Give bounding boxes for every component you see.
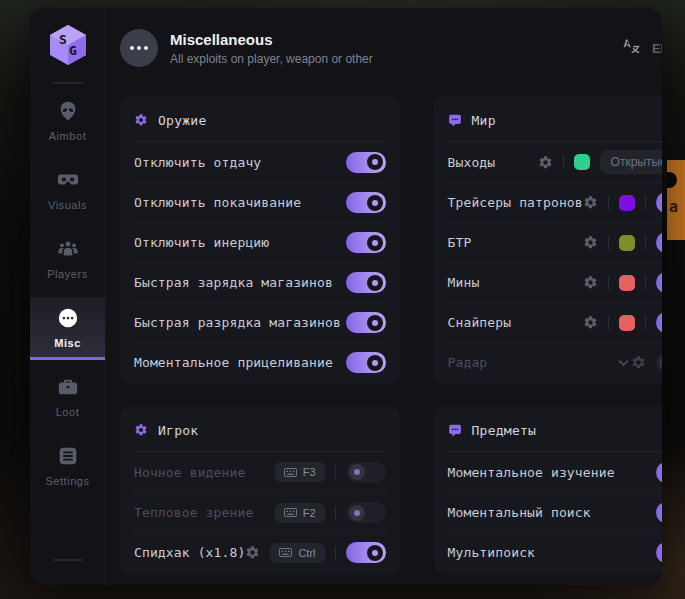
section-title: Предметы: [472, 423, 537, 438]
gear-icon[interactable]: [583, 195, 598, 210]
sidebar-item-settings[interactable]: Settings: [30, 435, 105, 498]
gear-icon[interactable]: [583, 235, 598, 250]
section-header: Мир: [448, 108, 662, 132]
dropdown[interactable]: Открытые: [600, 150, 662, 174]
option-label: Моментальное изучение: [448, 465, 656, 480]
option-label: Спидхак (x1.8): [134, 545, 245, 560]
toggle[interactable]: [346, 352, 386, 373]
option-controls: [656, 502, 662, 523]
gear-icon[interactable]: [583, 315, 598, 330]
players-icon: [57, 238, 79, 260]
sidebar-item-visuals[interactable]: Visuals: [30, 159, 105, 222]
app-logo[interactable]: S G: [49, 8, 87, 82]
color-swatch[interactable]: [574, 154, 590, 170]
option-label: Отключить отдачу: [134, 155, 346, 170]
toggle-knob: [367, 195, 383, 211]
toggle-knob: [367, 545, 383, 561]
sidebar-item-loot[interactable]: Loot: [30, 366, 105, 429]
dots-square-icon: [448, 113, 462, 127]
option-controls: Ctrl: [245, 542, 385, 563]
gear-icon[interactable]: [631, 355, 646, 370]
option-controls: F3: [275, 462, 386, 483]
toggle[interactable]: [346, 192, 386, 213]
color-swatch[interactable]: [619, 235, 635, 251]
option-label: БТР: [448, 235, 583, 250]
option-controls: [346, 272, 386, 293]
lang-en-button[interactable]: EN: [652, 41, 662, 56]
hotkey-badge[interactable]: Ctrl: [270, 543, 324, 563]
gear-icon[interactable]: [538, 155, 553, 170]
option-row: ВыходыОткрытые: [448, 142, 662, 182]
hotkey-label: F2: [303, 507, 316, 519]
option-controls: [656, 542, 662, 563]
control-divider: [335, 506, 336, 520]
hotkey-label: Ctrl: [298, 547, 315, 559]
control-divider: [563, 155, 564, 169]
toggle[interactable]: [346, 462, 386, 483]
toggle-knob: [367, 235, 383, 251]
dots-square-icon: [448, 423, 462, 437]
option-controls: [583, 272, 662, 293]
toggle-knob: [367, 315, 383, 331]
toggle[interactable]: [656, 462, 662, 483]
sidebar-item-misc[interactable]: Misc: [30, 297, 105, 360]
option-row: Мины: [448, 262, 662, 302]
option-label: Быстрая разрядка магазинов: [134, 315, 346, 330]
control-divider: [645, 236, 646, 250]
language-switcher: EN RU: [622, 37, 662, 60]
app-window: S G AimbotVisualsPlayersMiscLootSettings…: [30, 8, 662, 585]
option-label: Отключить покачивание: [134, 195, 346, 210]
sidebar-nav: AimbotVisualsPlayersMiscLootSettings: [30, 84, 105, 498]
sidebar-item-label: Misc: [54, 337, 81, 349]
toggle[interactable]: [346, 502, 386, 523]
sidebar-item-players[interactable]: Players: [30, 228, 105, 291]
content: ОружиеОтключить отдачуОтключить покачива…: [106, 88, 662, 585]
section-header: Игрок: [134, 418, 386, 442]
option-label: Мины: [448, 275, 583, 290]
control-divider: [608, 276, 609, 290]
option-controls: [583, 312, 662, 333]
section-card: МирВыходыОткрытыеТрейсеры патроновБТРМин…: [434, 96, 662, 384]
hotkey-badge[interactable]: F2: [275, 503, 325, 523]
control-divider: [645, 196, 646, 210]
toggle[interactable]: [656, 502, 662, 523]
color-swatch[interactable]: [619, 275, 635, 291]
color-swatch[interactable]: [619, 315, 635, 331]
toggle[interactable]: [656, 232, 662, 253]
hotkey-badge[interactable]: F3: [275, 462, 325, 482]
ellipsis-circle-icon: [57, 307, 79, 329]
gear-icon[interactable]: [583, 275, 598, 290]
option-row: Моментальное прицеливание: [134, 342, 386, 382]
vr-goggles-icon: [57, 169, 79, 191]
color-swatch[interactable]: [619, 195, 635, 211]
sidebar-item-aimbot[interactable]: Aimbot: [30, 90, 105, 153]
alien-icon: [57, 100, 79, 122]
toggle[interactable]: [346, 152, 386, 173]
background-shape: [667, 172, 677, 188]
toggle[interactable]: [656, 312, 662, 333]
toggle[interactable]: [656, 272, 662, 293]
toggle[interactable]: [656, 192, 662, 213]
toggle[interactable]: [346, 312, 386, 333]
option-label: Моментальное прицеливание: [134, 355, 346, 370]
option-row: Тепловое зрениеF2: [134, 492, 386, 532]
option-controls: [631, 352, 662, 373]
section-card: ПредметыМоментальное изучениеМоментальны…: [434, 406, 662, 574]
gear-icon[interactable]: [245, 545, 260, 560]
toggle[interactable]: [346, 542, 386, 563]
sidebar-item-label: Players: [47, 268, 88, 280]
option-row: Снайперы: [448, 302, 662, 342]
option-row: Моментальное изучение: [448, 452, 662, 492]
toggle[interactable]: [656, 542, 662, 563]
background-game-artifact: а: [667, 160, 685, 240]
option-controls: F2: [275, 502, 386, 523]
option-controls: Открытые: [538, 150, 662, 174]
option-controls: [346, 152, 386, 173]
chevron-down-icon[interactable]: [616, 355, 631, 370]
sidebar-item-label: Settings: [45, 475, 89, 487]
toggle[interactable]: [346, 272, 386, 293]
toggle[interactable]: [656, 352, 662, 373]
toggle[interactable]: [346, 232, 386, 253]
option-label: Снайперы: [448, 315, 583, 330]
gear-icon: [134, 113, 148, 127]
